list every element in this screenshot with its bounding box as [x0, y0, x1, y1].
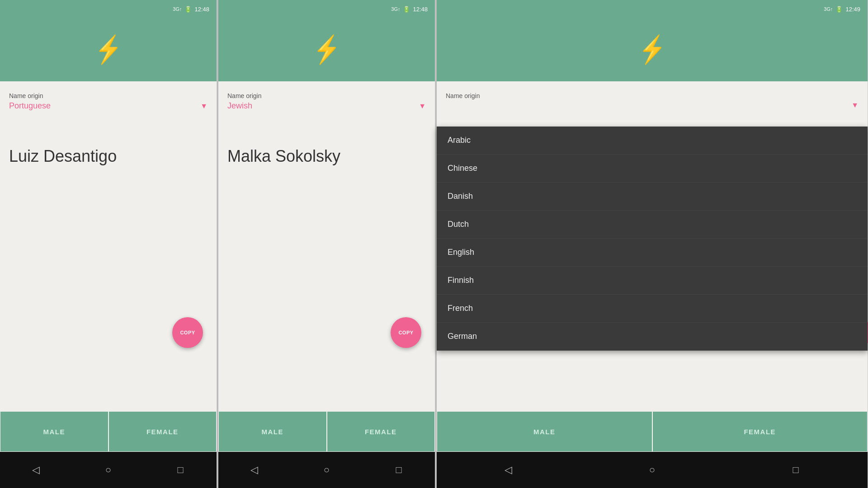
content-area-3: Name origin ▼ Arabic Chinese Danish Dutc… [437, 81, 868, 411]
dropdown-item-french[interactable]: French [437, 295, 868, 323]
recents-icon-2[interactable]: □ [390, 461, 408, 479]
status-text-3: 3G↑ 🔋 12:49 [824, 6, 860, 13]
phone-panel-1: 3G↑ 🔋 12:48 ⚡ Name origin Portuguese ▼ L… [0, 0, 217, 488]
lightning-icon-1: ⚡ [95, 36, 122, 63]
gender-buttons-3: MALE FEMALE [437, 411, 868, 452]
battery-icon-3: 🔋 [835, 6, 843, 13]
home-icon-1[interactable]: ○ [99, 461, 117, 479]
female-button-2[interactable]: FEMALE [327, 412, 435, 451]
dropdown-item-danish[interactable]: Danish [437, 183, 868, 211]
network-icon-2: 3G↑ [391, 6, 400, 12]
dropdown-arrow-2[interactable]: ▼ [419, 102, 426, 110]
name-origin-selector-2[interactable]: Jewish ▼ [227, 101, 426, 111]
battery-icon-1: 🔋 [184, 6, 192, 13]
content-area-2: Name origin Jewish ▼ Malka Sokolsky COPY [218, 81, 435, 411]
copy-button-2[interactable]: COPY [391, 317, 421, 348]
phone-panel-3: 3G↑ 🔋 12:49 ⚡ Name origin ▼ Arabic Chine… [437, 0, 868, 488]
nav-bar-3: ◁ ○ □ [437, 452, 868, 488]
status-bar-3: 3G↑ 🔋 12:49 [437, 0, 868, 18]
generated-name-1: Luiz Desantigo [9, 147, 208, 400]
back-icon-2[interactable]: ◁ [245, 461, 264, 479]
back-icon-3[interactable]: ◁ [500, 461, 518, 479]
home-icon-3[interactable]: ○ [643, 461, 661, 479]
female-button-1[interactable]: FEMALE [109, 412, 217, 451]
male-button-3[interactable]: MALE [437, 412, 652, 451]
dropdown-item-chinese[interactable]: Chinese [437, 155, 868, 183]
dropdown-item-english[interactable]: English [437, 239, 868, 267]
dropdown-item-finnish[interactable]: Finnish [437, 267, 868, 295]
network-icon-1: 3G↑ [173, 6, 182, 12]
dropdown-arrow-1[interactable]: ▼ [200, 102, 208, 110]
name-origin-label-2: Name origin [227, 92, 426, 99]
app-header-3: ⚡ [437, 18, 868, 81]
time-2: 12:48 [413, 6, 428, 13]
battery-icon-2: 🔋 [403, 6, 410, 13]
app-header-1: ⚡ [0, 18, 217, 81]
name-origin-label-3: Name origin [446, 92, 859, 99]
recents-icon-1[interactable]: □ [171, 461, 189, 479]
name-origin-value-2: Jewish [227, 101, 252, 111]
dropdown-item-german[interactable]: German [437, 323, 868, 351]
content-area-1: Name origin Portuguese ▼ Luiz Desantigo … [0, 81, 217, 411]
status-bar-2: 3G↑ 🔋 12:48 [218, 0, 435, 18]
male-button-2[interactable]: MALE [219, 412, 326, 451]
status-text-1: 3G↑ 🔋 12:48 [173, 6, 209, 13]
home-icon-2[interactable]: ○ [317, 461, 335, 479]
status-bar-1: 3G↑ 🔋 12:48 [0, 0, 217, 18]
generated-name-2: Malka Sokolsky [227, 147, 426, 400]
app-header-2: ⚡ [218, 18, 435, 81]
dropdown-arrow-3[interactable]: ▼ [851, 101, 859, 109]
dropdown-item-arabic[interactable]: Arabic [437, 127, 868, 155]
lightning-icon-3: ⚡ [639, 36, 666, 63]
name-origin-label-1: Name origin [9, 92, 208, 99]
male-button-1[interactable]: MALE [0, 412, 108, 451]
name-origin-selector-3[interactable]: ▼ [446, 101, 859, 109]
dropdown-item-dutch[interactable]: Dutch [437, 211, 868, 239]
nav-bar-2: ◁ ○ □ [218, 452, 435, 488]
gender-buttons-1: MALE FEMALE [0, 411, 217, 452]
female-button-3[interactable]: FEMALE [653, 412, 868, 451]
name-origin-value-1: Portuguese [9, 101, 51, 111]
phone-panel-2: 3G↑ 🔋 12:48 ⚡ Name origin Jewish ▼ Malka… [218, 0, 435, 488]
dropdown-menu-3: Arabic Chinese Danish Dutch English Finn… [437, 127, 868, 351]
name-origin-selector-1[interactable]: Portuguese ▼ [9, 101, 208, 111]
lightning-icon-2: ⚡ [313, 36, 340, 63]
nav-bar-1: ◁ ○ □ [0, 452, 217, 488]
back-icon-1[interactable]: ◁ [27, 461, 45, 479]
network-icon-3: 3G↑ [824, 6, 833, 12]
copy-button-1[interactable]: COPY [172, 317, 203, 348]
time-3: 12:49 [845, 6, 860, 13]
recents-icon-3[interactable]: □ [787, 461, 805, 479]
time-1: 12:48 [194, 6, 209, 13]
status-text-2: 3G↑ 🔋 12:48 [391, 6, 428, 13]
gender-buttons-2: MALE FEMALE [218, 411, 435, 452]
